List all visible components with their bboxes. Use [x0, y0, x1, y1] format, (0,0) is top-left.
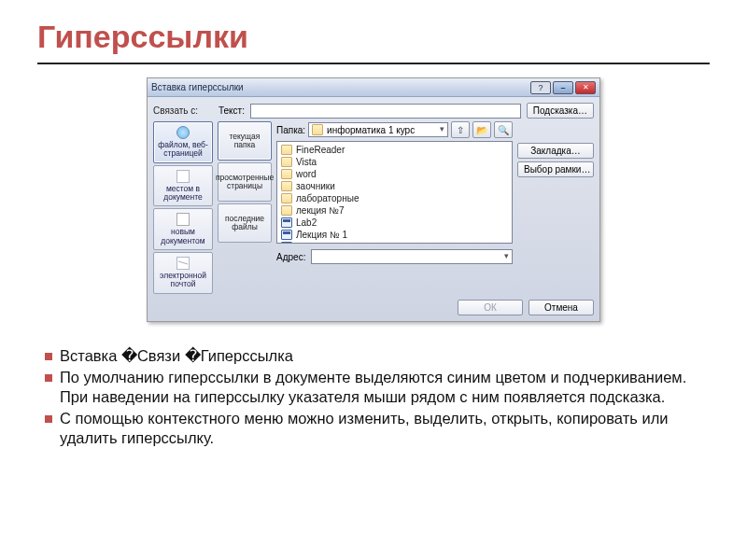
folder-label: Папка: — [276, 125, 305, 135]
target-frame-button[interactable]: Выбор рамки… — [517, 161, 594, 177]
mail-icon — [176, 257, 190, 270]
folder-icon — [281, 193, 292, 203]
address-input[interactable] — [311, 249, 513, 264]
address-label: Адрес: — [276, 252, 305, 262]
dialog-body: Связать с: Текст: Подсказка… файлом, веб… — [148, 97, 599, 321]
text-row: Связать с: Текст: Подсказка… — [153, 103, 594, 119]
folder-icon — [281, 169, 292, 179]
browse-web-button[interactable]: 🔍 — [494, 121, 513, 138]
file-name: лекция №7 — [296, 205, 345, 216]
folder-icon — [312, 124, 323, 135]
folder-icon — [281, 181, 292, 191]
text-input[interactable] — [250, 104, 521, 119]
tooltip-button[interactable]: Подсказка… — [527, 103, 594, 119]
file-name: Лекция № 2 — [296, 242, 347, 244]
list-item[interactable]: Лекция № 2 — [281, 241, 508, 244]
right-buttons: Закладка… Выбор рамки… — [517, 121, 594, 294]
list-item[interactable]: заочники — [281, 180, 508, 192]
dialog-titlebar[interactable]: Вставка гиперссылки — [148, 78, 599, 97]
tab-label: местом в документе — [156, 185, 210, 203]
main-area: файлом, веб-страницей местом в документе… — [153, 121, 594, 294]
link-to-label: Связать с: — [153, 103, 213, 119]
folder-combo[interactable]: информатика 1 курс — [308, 122, 448, 137]
file-name: word — [296, 169, 317, 179]
list-item[interactable]: Лекция № 1 — [281, 229, 508, 241]
slide: Гиперссылки Вставка гиперссылки Связать … — [0, 0, 747, 560]
dialog-footer: ОК Отмена — [153, 300, 594, 315]
tab-new-doc[interactable]: новым документом — [153, 208, 213, 250]
folder-icon — [281, 157, 292, 167]
up-button[interactable]: ⇧ — [451, 121, 470, 138]
bookmark-button[interactable]: Закладка… — [517, 143, 594, 159]
folder-row: Папка: информатика 1 курс ⇧ 📂 🔍 — [276, 121, 513, 138]
browse-button[interactable]: 📂 — [472, 121, 491, 138]
title-divider — [37, 63, 710, 64]
new-doc-icon — [176, 213, 190, 226]
ok-button[interactable]: ОК — [458, 300, 523, 315]
tab-label: файлом, веб-страницей — [156, 141, 210, 159]
cancel-button[interactable]: Отмена — [529, 300, 594, 315]
tab-label: новым документом — [156, 228, 210, 245]
file-name: лабораторные — [296, 193, 359, 203]
list-item[interactable]: FineReader — [281, 144, 508, 156]
tab-email[interactable]: электронной почтой — [153, 252, 213, 294]
document-icon — [176, 170, 190, 183]
file-name: заочники — [296, 181, 335, 191]
center-panel: Папка: информатика 1 курс ⇧ 📂 🔍 FineRead… — [276, 121, 513, 294]
list-item[interactable]: Vista — [281, 156, 508, 168]
bullet-item: С помощью контекстного меню можно измени… — [43, 409, 710, 448]
tab-label: электронной почтой — [156, 272, 210, 289]
address-row: Адрес: — [276, 249, 513, 264]
tab-current-folder[interactable]: текущая папка — [218, 121, 272, 161]
link-to-tabs: файлом, веб-страницей местом в документе… — [153, 121, 213, 294]
tab-recent-files[interactable]: последние файлы — [218, 203, 272, 243]
tab-browsed-pages[interactable]: просмотренные страницы — [218, 162, 272, 202]
minimize-button[interactable] — [553, 81, 573, 94]
file-name: Лекция № 1 — [296, 230, 347, 240]
word-icon — [281, 230, 292, 240]
file-name: Vista — [296, 157, 317, 167]
folder-icon — [281, 205, 292, 216]
word-icon — [281, 217, 292, 228]
help-button[interactable] — [530, 81, 551, 94]
hyperlink-dialog: Вставка гиперссылки Связать с: Текст: По… — [147, 77, 600, 322]
list-item[interactable]: word — [281, 168, 508, 180]
tab-file-web[interactable]: файлом, веб-страницей — [153, 121, 213, 163]
file-list[interactable]: FineReader Vista word заочники лаборатор… — [276, 141, 513, 244]
browse-tabs: текущая папка просмотренные страницы пос… — [218, 121, 272, 294]
list-item[interactable]: Lab2 — [281, 217, 508, 229]
close-button[interactable] — [575, 81, 596, 94]
folder-icon — [281, 145, 292, 155]
list-item[interactable]: лабораторные — [281, 192, 508, 204]
tab-place-in-doc[interactable]: местом в документе — [153, 165, 213, 207]
bullet-list: Вставка �Связи �Гиперссылка По умолчанию… — [43, 346, 710, 449]
bullet-item: Вставка �Связи �Гиперссылка — [43, 346, 710, 366]
slide-title: Гиперссылки — [37, 19, 710, 55]
bullet-item: По умолчанию гиперссылки в документе выд… — [43, 368, 710, 407]
dialog-title: Вставка гиперссылки — [151, 82, 529, 92]
list-item[interactable]: лекция №7 — [281, 204, 508, 217]
globe-icon — [176, 126, 190, 139]
text-label: Текст: — [218, 105, 245, 116]
word-icon — [281, 242, 292, 244]
file-name: Lab2 — [296, 217, 317, 228]
folder-value: информатика 1 курс — [327, 125, 415, 135]
file-name: FineReader — [296, 145, 345, 155]
